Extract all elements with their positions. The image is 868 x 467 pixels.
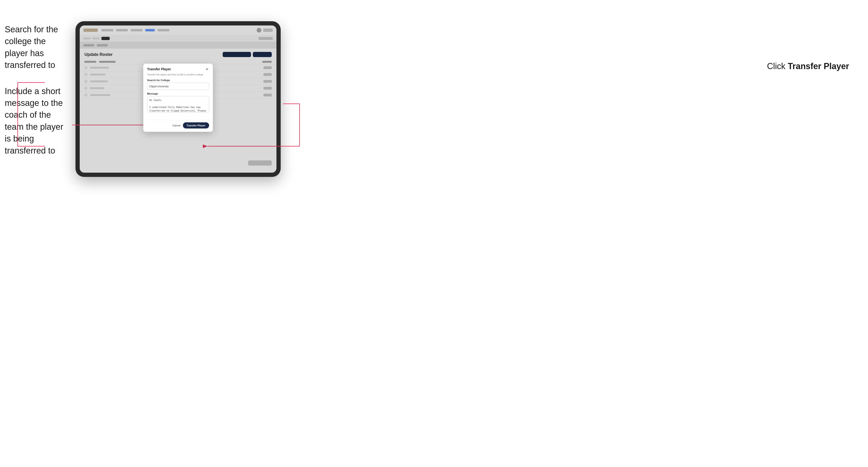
modal-subtitle: Transfer the player and their profile to… <box>147 73 209 76</box>
modal-close-button[interactable]: ✕ <box>205 67 209 71</box>
annotation-transfer-bold: Transfer Player <box>788 61 849 71</box>
annotation-left: Search for the college the player has tr… <box>5 24 71 171</box>
message-textarea[interactable] <box>147 96 209 113</box>
cancel-button[interactable]: Cancel <box>173 124 181 127</box>
annotation-right: Click Transfer Player <box>767 61 849 71</box>
annotation-search-text: Search for the college the player has tr… <box>5 24 71 71</box>
transfer-player-modal: Transfer Player ✕ Transfer the player an… <box>144 64 213 132</box>
modal-header: Transfer Player ✕ <box>144 64 213 71</box>
tablet-screen: Update Roster <box>80 26 276 173</box>
search-college-label: Search for College <box>147 79 209 82</box>
tablet-device: Update Roster <box>75 21 281 177</box>
transfer-player-button[interactable]: Transfer Player <box>183 122 209 129</box>
annotation-click-text: Click <box>767 61 785 71</box>
annotation-message-text: Include a short message to the coach of … <box>5 85 71 157</box>
modal-footer: Cancel Transfer Player <box>144 120 213 132</box>
modal-body: Transfer the player and their profile to… <box>144 71 213 120</box>
message-label: Message <box>147 92 209 95</box>
search-college-input[interactable] <box>147 83 209 90</box>
modal-title: Transfer Player <box>147 67 171 71</box>
